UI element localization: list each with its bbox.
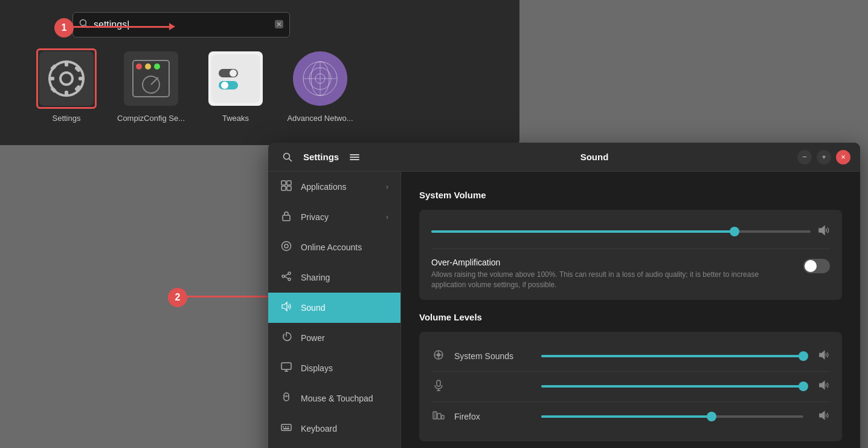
annotation-2: 2 bbox=[168, 288, 187, 307]
settings-titlebar: Settings Sound − + × bbox=[268, 143, 860, 172]
sidebar-item-privacy[interactable]: Privacy › bbox=[268, 202, 400, 232]
sidebar-item-sound[interactable]: Sound bbox=[268, 293, 400, 323]
svg-point-0 bbox=[80, 20, 86, 26]
svg-point-18 bbox=[154, 63, 160, 70]
settings-sidebar: Applications › Privacy › bbox=[268, 172, 401, 448]
displays-icon bbox=[280, 362, 292, 375]
overamp-row: Over-Amplification Allows raising the vo… bbox=[431, 248, 830, 290]
system-volume-thumb[interactable] bbox=[730, 227, 739, 236]
svg-rect-70 bbox=[437, 380, 440, 386]
firefox-icon bbox=[431, 409, 446, 424]
system-sounds-label: System Sounds bbox=[454, 351, 533, 361]
svg-rect-77 bbox=[442, 415, 444, 419]
volume-levels-card: System Sounds bbox=[419, 332, 842, 441]
overamp-desc: Allows raising the volume above 100%. Th… bbox=[431, 270, 791, 290]
microphone-fill bbox=[541, 385, 803, 388]
microphone-thumb[interactable] bbox=[799, 381, 808, 391]
svg-point-45 bbox=[288, 272, 291, 274]
titlebar-center: Sound bbox=[411, 152, 778, 162]
microphone-icon bbox=[431, 379, 446, 394]
sidebar-item-online-accounts[interactable]: Online Accounts bbox=[268, 232, 400, 262]
svg-rect-60 bbox=[288, 426, 289, 427]
arrow-2 bbox=[187, 296, 272, 297]
app-icon-network[interactable]: Advanced Netwo... bbox=[284, 48, 356, 123]
firefox-thumb[interactable] bbox=[707, 412, 716, 421]
maximize-button[interactable]: + bbox=[817, 150, 831, 164]
sidebar-item-keyboard[interactable]: Keyboard bbox=[268, 414, 400, 444]
system-volume-track[interactable] bbox=[431, 230, 811, 233]
svg-rect-40 bbox=[281, 186, 286, 190]
titlebar-right: − + × bbox=[778, 150, 850, 164]
system-sounds-slider[interactable] bbox=[541, 355, 803, 357]
search-clear-icon[interactable] bbox=[275, 20, 283, 30]
svg-rect-8 bbox=[65, 91, 68, 97]
close-button[interactable]: × bbox=[836, 150, 850, 164]
svg-line-49 bbox=[285, 276, 288, 279]
svg-point-25 bbox=[221, 82, 228, 89]
sound-icon bbox=[280, 301, 292, 314]
microphone-slider[interactable] bbox=[541, 385, 803, 388]
privacy-icon bbox=[280, 210, 292, 224]
firefox-fill bbox=[541, 415, 712, 418]
svg-rect-38 bbox=[281, 181, 286, 185]
sidebar-item-mouse-touchpad-label: Mouse & Touchpad bbox=[301, 394, 373, 403]
system-sounds-icon bbox=[431, 349, 446, 364]
sound-window-title: Sound bbox=[580, 152, 609, 162]
svg-point-23 bbox=[230, 70, 237, 77]
network-label: Advanced Netwo... bbox=[287, 114, 353, 123]
overamp-toggle[interactable] bbox=[803, 259, 830, 273]
sidebar-item-sharing[interactable]: Sharing bbox=[268, 262, 400, 293]
sharing-icon bbox=[280, 271, 292, 284]
sidebar-item-applications[interactable]: Applications › bbox=[268, 172, 400, 202]
tweaks-label: Tweaks bbox=[222, 114, 249, 123]
app-icon-settings[interactable]: Settings bbox=[30, 48, 103, 123]
mouse-touchpad-icon bbox=[280, 392, 292, 405]
system-sounds-thumb[interactable] bbox=[799, 351, 808, 361]
settings-window-title: Settings bbox=[303, 152, 339, 162]
firefox-label: Firefox bbox=[454, 412, 533, 421]
system-volume-fill bbox=[431, 230, 735, 233]
svg-marker-50 bbox=[282, 302, 287, 311]
sidebar-item-sound-label: Sound bbox=[301, 303, 325, 313]
vol-level-microphone bbox=[431, 372, 830, 402]
titlebar-left: Settings bbox=[278, 148, 411, 167]
network-icon-bg bbox=[293, 51, 347, 106]
sidebar-item-sharing-label: Sharing bbox=[301, 273, 330, 282]
compiz-label: CompizConfig Se... bbox=[117, 114, 185, 123]
app-icon-tweaks[interactable]: Tweaks bbox=[199, 48, 272, 123]
online-accounts-icon bbox=[280, 241, 292, 254]
svg-marker-78 bbox=[820, 412, 825, 420]
svg-rect-7 bbox=[65, 60, 68, 67]
svg-marker-66 bbox=[819, 226, 825, 235]
svg-rect-39 bbox=[287, 181, 291, 185]
svg-marker-73 bbox=[820, 381, 825, 389]
system-volume-slider-row bbox=[431, 219, 830, 244]
svg-rect-9 bbox=[48, 77, 54, 80]
compiz-icon-bg bbox=[124, 51, 178, 106]
arrow-1 bbox=[74, 26, 170, 28]
minimize-button[interactable]: − bbox=[797, 150, 812, 164]
sidebar-item-mouse-touchpad[interactable]: Mouse & Touchpad bbox=[268, 383, 400, 414]
sidebar-item-printers[interactable]: Printers bbox=[268, 444, 400, 448]
settings-search-button[interactable] bbox=[278, 148, 297, 167]
sidebar-item-displays[interactable]: Displays bbox=[268, 353, 400, 383]
svg-point-47 bbox=[282, 275, 285, 278]
sidebar-item-displays-label: Displays bbox=[301, 363, 333, 373]
sidebar-item-power[interactable]: Power bbox=[268, 323, 400, 353]
firefox-slider[interactable] bbox=[541, 415, 803, 418]
settings-label: Settings bbox=[53, 114, 81, 123]
system-sounds-fill bbox=[541, 355, 803, 357]
network-icon-wrapper bbox=[290, 48, 350, 109]
svg-point-44 bbox=[285, 244, 288, 248]
compiz-icon-wrapper bbox=[121, 48, 181, 109]
app-icon-compiz[interactable]: CompizConfig Se... bbox=[115, 48, 187, 123]
svg-rect-51 bbox=[281, 363, 291, 369]
vol-level-system-sounds: System Sounds bbox=[431, 342, 830, 372]
sidebar-item-power-label: Power bbox=[301, 333, 325, 343]
overamp-text: Over-Amplification Allows raising the vo… bbox=[431, 258, 803, 290]
svg-rect-61 bbox=[283, 428, 289, 429]
settings-menu-button[interactable] bbox=[345, 148, 364, 167]
svg-rect-36 bbox=[350, 157, 359, 158]
svg-marker-69 bbox=[820, 351, 825, 359]
svg-rect-57 bbox=[281, 424, 291, 430]
